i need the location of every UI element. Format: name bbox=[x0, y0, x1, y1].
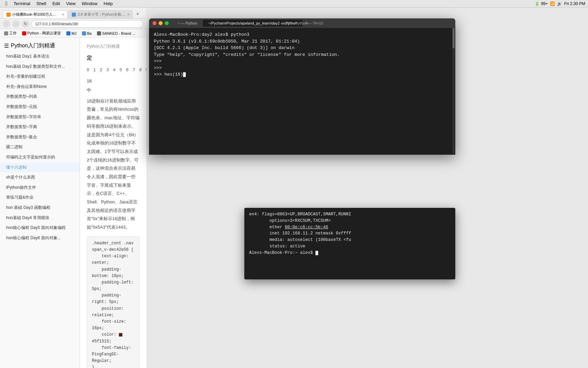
menu-terminal[interactable]: Terminal bbox=[11, 0, 33, 7]
sidebar-item-day2[interactable]: hon基础 Day2 数据类型和文件... bbox=[0, 62, 80, 72]
sidebar-icon: ☰ bbox=[4, 43, 9, 49]
menu-bar-right: 🔋 99+ 📶 🔊 Fri 2:30 PM bbox=[535, 0, 585, 7]
bookmark-ba[interactable]: Ba bbox=[81, 31, 93, 36]
num-7: 7 bbox=[133, 66, 135, 74]
num-6: 6 bbox=[126, 66, 128, 74]
tab-1-favicon bbox=[6, 13, 11, 17]
content-intro-label: Python入门到精通 bbox=[87, 43, 140, 50]
tab-2-text: 3.8 本章小节 - Python全栈开发... bbox=[78, 12, 125, 17]
tab-1-close[interactable]: ✕ bbox=[62, 13, 64, 16]
sidebar-section-header[interactable]: ☰ Python入门到精通 bbox=[0, 40, 80, 51]
browser-tab-1[interactable]: 小猿圈Book-帮1000万人高效学... ✕ bbox=[3, 10, 67, 18]
browser-tab-2[interactable]: 3.8 本章小节 - Python全栈开发... ✕ bbox=[68, 10, 133, 18]
code-line-8: color: #5f1515; bbox=[92, 332, 134, 344]
sidebar-item-day5[interactable]: hon核心编程 Day5 面向对象编程 bbox=[0, 223, 80, 233]
content-line1: 16 bbox=[87, 77, 140, 85]
terminal-cursor-2 bbox=[315, 251, 318, 255]
close-button[interactable] bbox=[152, 21, 157, 25]
sidebar-item-day3[interactable]: hon 基础 Day3 函数编程 bbox=[0, 203, 80, 213]
new-tab-button[interactable]: + bbox=[133, 10, 142, 18]
tab-2-close[interactable]: ✕ bbox=[127, 13, 130, 16]
datetime-display: Fri 2:30 PM bbox=[564, 1, 585, 6]
volume-icon: 🔊 bbox=[557, 1, 562, 6]
sidebar-item-dict[interactable]: 并数据类型–字典 bbox=[0, 122, 80, 132]
net-line-3: ether 00:0e:c6:cc:5b:46 bbox=[249, 224, 451, 231]
sidebar-item-ipython[interactable]: iPython操作文件 bbox=[0, 183, 80, 193]
sidebar-item-var-create[interactable]: 补充–变量的创建过程 bbox=[0, 72, 80, 82]
bookmark-mj[interactable]: MJ bbox=[65, 31, 78, 36]
num-5: 5 bbox=[119, 66, 122, 74]
sidebar-item-exercises[interactable]: 章练习题&作业 bbox=[0, 193, 80, 203]
menu-window[interactable]: Window bbox=[79, 0, 100, 7]
num-3: 3 bbox=[107, 66, 109, 74]
ether-address: 00:0e:c6:cc:5b:46 bbox=[285, 225, 328, 230]
sidebar-item-day6[interactable]: hon核心编程 Day6 面向对象... bbox=[0, 233, 80, 243]
back-button[interactable]: ‹ bbox=[3, 20, 10, 28]
num-4: 4 bbox=[113, 66, 115, 74]
browser-chrome: 小猿圈Book-帮1000万人高效学... ✕ 3.8 本章小节 - Pytho… bbox=[0, 7, 146, 19]
term-line-5: >>> bbox=[154, 58, 451, 65]
sidebar-item-list[interactable]: 并数据类型–列表 bbox=[0, 92, 80, 102]
term-line-7: >>> hex(16) bbox=[154, 71, 451, 78]
browser-tabs: 小猿圈Book-帮1000万人高效学... ✕ 3.8 本章小节 - Pytho… bbox=[3, 10, 144, 18]
bookmark-ba-label: Ba bbox=[87, 31, 92, 35]
browser-toolbar: ‹ › ↻ 127.0.0.1:8000/details/38/ bbox=[0, 19, 146, 29]
css-code-block: .header_cont .nav span_v-dec42e56 { text… bbox=[87, 236, 140, 368]
menu-view[interactable]: View bbox=[63, 0, 78, 7]
code-line-9: font-family: PingFangSC-Regular; bbox=[92, 345, 134, 365]
sidebar-item-set[interactable]: 并数据类型–集合 bbox=[0, 132, 80, 142]
terminal-title: day2 — Python — 74×15 bbox=[281, 21, 323, 25]
bookmark-sankeo[interactable]: SANKEO - Brand ... bbox=[96, 31, 136, 36]
forward-button[interactable]: › bbox=[12, 20, 20, 28]
code-line-5: padding-right: 5px; bbox=[92, 292, 134, 305]
section-title: 定 bbox=[87, 53, 140, 62]
term-line-3: [GCC 4.2.1 (Apple Inc. build 5666) (dot … bbox=[154, 45, 451, 51]
address-bar[interactable]: 127.0.0.1:8000/details/38/ bbox=[31, 20, 144, 28]
address-text: 127.0.0.1:8000/details/38/ bbox=[35, 22, 78, 26]
bookmark-python[interactable]: Python - 网易云课堂 bbox=[21, 30, 62, 36]
refresh-button[interactable]: ↻ bbox=[22, 20, 29, 28]
minimize-button[interactable] bbox=[159, 21, 163, 25]
browser-content: ☰ Python入门到精通 hon基础 Day1 基本语法 hon基础 Day2… bbox=[0, 37, 146, 368]
bookmark-sankeo-icon bbox=[97, 31, 101, 35]
menu-bar:  Terminal Shell Edit View Window Help 🔋… bbox=[0, 0, 588, 7]
num-8: 8 bbox=[139, 66, 142, 74]
net-line-7: Alexs-MacBook-Pro:~ alex$ bbox=[249, 250, 451, 256]
num-0: 0 bbox=[87, 66, 89, 74]
menu-shell[interactable]: Shell bbox=[34, 0, 49, 7]
bookmark-gongzuo-label: 工作 bbox=[9, 31, 17, 36]
sidebar-item-bash[interactable]: sh是个什么东西 bbox=[0, 172, 80, 183]
color-swatch bbox=[119, 333, 122, 337]
term-line-1: Alexs-MacBook-Pro:day2 alex$ python3 bbox=[154, 31, 451, 38]
bookmark-mj-label: MJ bbox=[71, 31, 77, 35]
wifi-icon: 📶 bbox=[550, 1, 555, 6]
battery-icon: 🔋 99+ bbox=[535, 1, 548, 6]
sidebar-item-encoding[interactable]: 符编码之文字是如何显示的 bbox=[0, 152, 80, 163]
description-text: 16进制在计算机领域应用普遍，常见的有html\css的颜色表、mac地址、字符… bbox=[87, 97, 140, 232]
code-line-4: padding-left: 5px; bbox=[92, 279, 134, 292]
traffic-lights bbox=[152, 21, 169, 25]
sidebar-item-day4[interactable]: hon基础 Day4 常用模块 bbox=[0, 213, 80, 223]
sidebar-item-string[interactable]: 并数据类型–字符串 bbox=[0, 112, 80, 122]
term-line-6: >>> bbox=[154, 65, 451, 72]
terminal-scrollbar[interactable] bbox=[453, 28, 455, 154]
sidebar-item-identity[interactable]: 补充–身份运算和None bbox=[0, 82, 80, 92]
sidebar-item-day1[interactable]: hon基础 Day1 基本语法 bbox=[0, 51, 80, 62]
bookmark-gongzuo[interactable]: 工作 bbox=[3, 30, 18, 36]
menu-edit[interactable]: Edit bbox=[50, 0, 63, 7]
terminal-scrollbar-thumb[interactable] bbox=[453, 28, 455, 48]
main-content-area: Python入门到精通 定 0 1 2 3 4 5 6 7 8 9 10 11 … bbox=[80, 37, 146, 368]
menu-help[interactable]: Help bbox=[101, 0, 116, 7]
sidebar-item-hex[interactable]: 懂十六进制 bbox=[0, 163, 80, 173]
browser-window: 小猿圈Book-帮1000万人高效学... ✕ 3.8 本章小节 - Pytho… bbox=[0, 7, 146, 368]
sidebar-item-binary[interactable]: 疆二进制 bbox=[0, 142, 80, 152]
terminal-tab-1[interactable]: ~ — Python bbox=[172, 20, 203, 27]
terminal-body[interactable]: Alexs-MacBook-Pro:day2 alex$ python3 Pyt… bbox=[149, 28, 455, 155]
sidebar-item-tuple[interactable]: 并数据类型–元组 bbox=[0, 102, 80, 112]
terminal-python-window: ~ — Python ~/PycharmProjects/apeland_py_… bbox=[149, 18, 455, 155]
apple-menu[interactable]:  bbox=[3, 1, 10, 7]
terminal-network-body[interactable]: en4: flags=8863<UP,BROADCAST,SMART,RUNNI… bbox=[244, 208, 455, 279]
code-line-6: position: relative; bbox=[92, 306, 134, 319]
net-line-4: inet 192.168.11.2 netmask 0xffff bbox=[249, 230, 451, 237]
fullscreen-button[interactable] bbox=[165, 21, 169, 25]
